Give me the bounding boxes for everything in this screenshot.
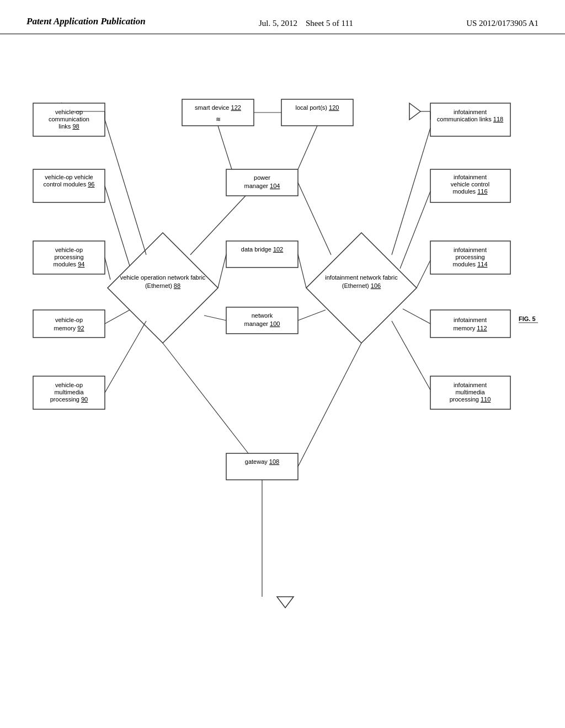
conn-106-114 <box>417 260 430 288</box>
label-110b: multimedia <box>455 389 485 395</box>
label-104b: manager 104 <box>244 183 280 189</box>
label-92a: vehicle-op <box>55 317 83 323</box>
label-116a: infotainment <box>454 174 487 180</box>
label-90b: multimedia <box>54 389 84 395</box>
conn-88-102 <box>218 254 226 288</box>
diagram-area: vehicle-op communication links 98 vehicl… <box>0 34 565 713</box>
conn-102-106 <box>298 254 306 288</box>
fig-label: FIG. 5 <box>519 315 536 322</box>
label-114b: processing <box>455 254 484 260</box>
label-112b: memory 112 <box>453 325 487 331</box>
box-92 <box>33 310 105 338</box>
label-118b: communication links 118 <box>437 116 503 122</box>
label-88b: (Ethernet) 88 <box>145 282 180 289</box>
box-102 <box>226 241 298 267</box>
conn-106-116 <box>400 191 430 269</box>
label-122b: ≋ <box>216 116 221 122</box>
header-date-sheet: Jul. 5, 2012 Sheet 5 of 111 <box>259 15 353 29</box>
label-122a: smart device 122 <box>195 104 241 111</box>
label-102a: data bridge 102 <box>241 246 283 253</box>
arrow-bottom-center <box>277 597 294 608</box>
label-94c: modules 94 <box>54 261 85 267</box>
label-98b: communication <box>49 116 89 122</box>
box-112 <box>430 310 510 338</box>
box-120 <box>281 99 353 126</box>
figure-5-svg: vehicle-op communication links 98 vehicl… <box>0 51 565 702</box>
conn-120-center <box>298 126 317 169</box>
label-118a: infotainment <box>454 109 487 115</box>
label-98: vehicle-op <box>55 109 83 115</box>
label-92b: memory 92 <box>54 325 84 331</box>
label-88a: vehicle operation network fabric <box>120 274 206 281</box>
label-120a: local port(s) 120 <box>296 104 339 111</box>
conn-106-110 <box>392 321 430 390</box>
label-116c: modules 116 <box>453 188 488 195</box>
conn-100-106 <box>298 310 326 320</box>
label-114a: infotainment <box>454 247 487 253</box>
conn-98-88 <box>105 120 146 255</box>
label-100b: manager 100 <box>244 320 280 327</box>
page-header: Patent Application Publication Jul. 5, 2… <box>0 0 565 34</box>
conn-106-112 <box>403 309 430 324</box>
patent-number: US 2012/0173905 A1 <box>466 15 539 29</box>
label-104a: power <box>254 174 270 181</box>
label-90a: vehicle-op <box>55 382 83 388</box>
label-96a: vehicle-op vehicle <box>45 174 93 180</box>
label-90c: processing 90 <box>50 396 88 403</box>
label-96b: control modules 96 <box>44 181 95 188</box>
label-108a: gateway 108 <box>245 458 279 465</box>
conn-88-100 <box>204 315 226 320</box>
conn-92-88 <box>105 310 130 324</box>
arrow-top-right <box>409 103 420 120</box>
conn-90-88 <box>105 321 146 393</box>
label-100a: network <box>252 312 273 319</box>
label-114c: modules 114 <box>453 261 488 267</box>
publication-title: Patent Application Publication <box>26 15 146 28</box>
conn-96-88 <box>105 186 130 266</box>
label-106a: infotainment network fabric <box>325 274 398 281</box>
label-116b: vehicle control <box>451 181 489 188</box>
conn-108-106 <box>298 343 361 467</box>
label-112a: infotainment <box>454 317 487 323</box>
label-98c: links 98 <box>58 123 79 130</box>
label-110c: processing 110 <box>450 396 491 403</box>
conn-88-108 <box>163 343 248 453</box>
box-108 <box>226 453 298 480</box>
label-106b: (Ethernet) 106 <box>342 282 381 289</box>
label-94b: processing <box>54 254 83 260</box>
conn-122-center <box>218 126 232 169</box>
conn-104-106 <box>298 183 331 255</box>
conn-106-118 <box>392 128 430 255</box>
label-94a: vehicle-op <box>55 247 83 253</box>
conn-94-88 <box>105 258 110 280</box>
label-110a: infotainment <box>454 382 487 388</box>
